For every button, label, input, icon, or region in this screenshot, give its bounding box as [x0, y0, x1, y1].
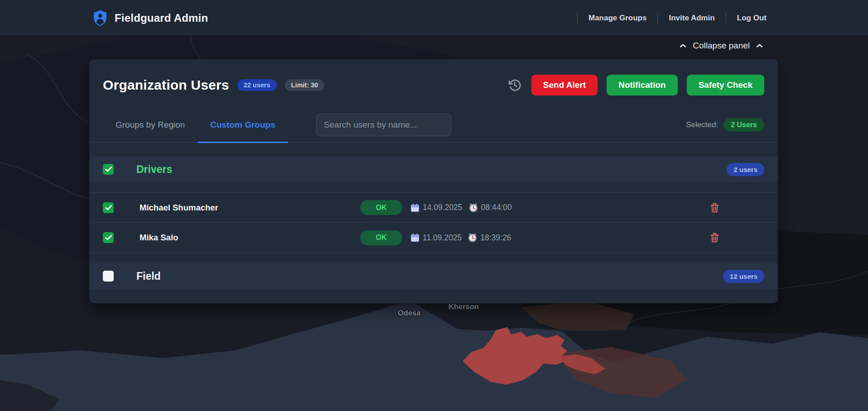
clock-icon	[469, 203, 478, 212]
group-row-field: Field 12 users	[89, 263, 778, 289]
safety-check-button[interactable]: Safety Check	[687, 75, 764, 96]
brand[interactable]: Fieldguard Admin	[93, 10, 208, 26]
send-alert-button[interactable]: Send Alert	[531, 75, 598, 96]
nav-links: Manage Groups Invite Admin Log Out	[577, 13, 777, 23]
user-checkbox[interactable]	[103, 202, 114, 213]
limit-badge: Limit: 30	[285, 79, 325, 91]
collapse-panel-button[interactable]: Collapse panel	[680, 41, 763, 51]
selected-users-badge: 2 Users	[723, 118, 764, 132]
last-check-date: 14.09.2025	[423, 203, 463, 212]
brand-title: Fieldguard Admin	[115, 12, 208, 24]
calendar-icon	[410, 203, 420, 212]
collapse-panel-label: Collapse panel	[693, 41, 750, 51]
panel-header: Organization Users 22 users Limit: 30 Se…	[89, 59, 778, 107]
group-users-badge: 2 users	[727, 163, 764, 176]
chevron-up-icon	[680, 43, 686, 48]
status-badge: OK	[360, 230, 402, 245]
notification-button[interactable]: Notification	[607, 75, 678, 96]
last-check-time: 08:44:00	[481, 203, 512, 212]
delete-user-icon[interactable]	[708, 201, 721, 214]
clock-icon	[468, 233, 477, 242]
shield-logo-icon	[93, 10, 107, 26]
map-label-kherson: Kherson	[448, 302, 479, 311]
history-icon[interactable]	[507, 77, 522, 93]
chevron-up-icon	[756, 43, 763, 48]
last-check-date: 11.09.2025	[423, 233, 462, 243]
user-list: Michael Shumacher OK	[89, 192, 778, 253]
search-input[interactable]	[316, 114, 451, 136]
top-navbar: Fieldguard Admin Manage Groups Invite Ad…	[0, 0, 868, 36]
user-row: Michael Shumacher OK	[89, 192, 778, 223]
user-name: Mika Salo	[140, 233, 178, 243]
nav-manage-groups[interactable]: Manage Groups	[578, 14, 657, 23]
calendar-icon	[410, 233, 420, 242]
last-check-time: 18:39:26	[480, 233, 511, 243]
status-cluster: OK 14.09.2025	[360, 200, 512, 215]
page-title: Organization Users	[103, 77, 229, 93]
organization-users-panel: Organization Users 22 users Limit: 30 Se…	[89, 59, 778, 303]
group-row-drivers: Drivers 2 users	[89, 157, 778, 182]
group-name: Drivers	[136, 163, 172, 176]
tab-custom-groups[interactable]: Custom Groups	[198, 107, 288, 143]
user-checkbox[interactable]	[103, 232, 114, 243]
user-name: Michael Shumacher	[140, 203, 218, 213]
group-checkbox-field[interactable]	[103, 271, 114, 282]
status-cluster: OK 11.09.2025	[360, 230, 511, 245]
status-badge: OK	[360, 200, 402, 215]
user-row: Mika Salo OK	[89, 223, 778, 253]
map-label-odesa: Odesa	[398, 309, 421, 317]
group-users-badge: 12 users	[723, 270, 764, 283]
nav-log-out[interactable]: Log Out	[726, 14, 777, 23]
tab-groups-by-region[interactable]: Groups by Region	[103, 107, 198, 143]
users-count-badge: 22 users	[237, 79, 277, 91]
nav-invite-admin[interactable]: Invite Admin	[658, 14, 725, 23]
tabs-row: Groups by Region Custom Groups Selected:…	[89, 107, 778, 143]
selected-label: Selected:	[686, 120, 718, 129]
delete-user-icon[interactable]	[708, 231, 721, 244]
group-name: Field	[136, 270, 161, 282]
group-checkbox-drivers[interactable]	[103, 164, 114, 175]
selected-block: Selected: 2 Users	[686, 118, 764, 132]
